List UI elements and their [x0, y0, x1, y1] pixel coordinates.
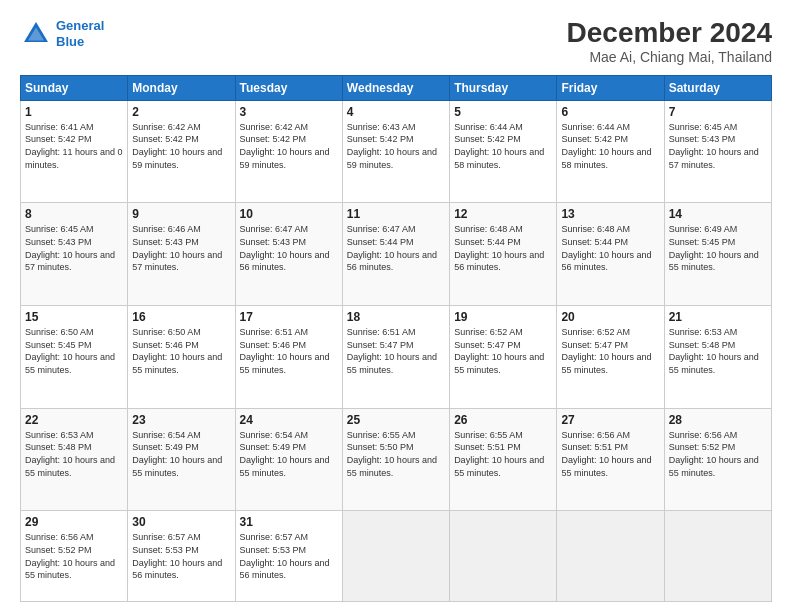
- day-number: 12: [454, 207, 552, 221]
- day-info: Sunrise: 6:48 AMSunset: 5:44 PMDaylight:…: [561, 223, 659, 273]
- day-number: 19: [454, 310, 552, 324]
- empty-cell: [450, 511, 557, 602]
- day-info: Sunrise: 6:55 AMSunset: 5:51 PMDaylight:…: [454, 429, 552, 479]
- day-info: Sunrise: 6:48 AMSunset: 5:44 PMDaylight:…: [454, 223, 552, 273]
- table-row: 16 Sunrise: 6:50 AMSunset: 5:46 PMDaylig…: [128, 306, 235, 409]
- calendar-header-row: Sunday Monday Tuesday Wednesday Thursday…: [21, 75, 772, 100]
- table-row: 8 Sunrise: 6:45 AMSunset: 5:43 PMDayligh…: [21, 203, 128, 306]
- day-info: Sunrise: 6:53 AMSunset: 5:48 PMDaylight:…: [669, 326, 767, 376]
- table-row: 30 Sunrise: 6:57 AMSunset: 5:53 PMDaylig…: [128, 511, 235, 602]
- day-info: Sunrise: 6:47 AMSunset: 5:43 PMDaylight:…: [240, 223, 338, 273]
- day-number: 2: [132, 105, 230, 119]
- table-row: 25 Sunrise: 6:55 AMSunset: 5:50 PMDaylig…: [342, 408, 449, 511]
- day-number: 8: [25, 207, 123, 221]
- day-number: 3: [240, 105, 338, 119]
- day-info: Sunrise: 6:41 AMSunset: 5:42 PMDaylight:…: [25, 121, 123, 171]
- table-row: 22 Sunrise: 6:53 AMSunset: 5:48 PMDaylig…: [21, 408, 128, 511]
- table-row: 10 Sunrise: 6:47 AMSunset: 5:43 PMDaylig…: [235, 203, 342, 306]
- day-info: Sunrise: 6:56 AMSunset: 5:51 PMDaylight:…: [561, 429, 659, 479]
- day-info: Sunrise: 6:57 AMSunset: 5:53 PMDaylight:…: [240, 531, 338, 581]
- day-number: 18: [347, 310, 445, 324]
- day-number: 31: [240, 515, 338, 529]
- day-info: Sunrise: 6:46 AMSunset: 5:43 PMDaylight:…: [132, 223, 230, 273]
- day-number: 10: [240, 207, 338, 221]
- day-number: 11: [347, 207, 445, 221]
- day-info: Sunrise: 6:52 AMSunset: 5:47 PMDaylight:…: [561, 326, 659, 376]
- day-number: 28: [669, 413, 767, 427]
- day-info: Sunrise: 6:45 AMSunset: 5:43 PMDaylight:…: [25, 223, 123, 273]
- table-row: 20 Sunrise: 6:52 AMSunset: 5:47 PMDaylig…: [557, 306, 664, 409]
- day-info: Sunrise: 6:49 AMSunset: 5:45 PMDaylight:…: [669, 223, 767, 273]
- table-row: 24 Sunrise: 6:54 AMSunset: 5:49 PMDaylig…: [235, 408, 342, 511]
- day-info: Sunrise: 6:51 AMSunset: 5:47 PMDaylight:…: [347, 326, 445, 376]
- table-row: 14 Sunrise: 6:49 AMSunset: 5:45 PMDaylig…: [664, 203, 771, 306]
- table-row: 15 Sunrise: 6:50 AMSunset: 5:45 PMDaylig…: [21, 306, 128, 409]
- day-number: 7: [669, 105, 767, 119]
- day-info: Sunrise: 6:56 AMSunset: 5:52 PMDaylight:…: [669, 429, 767, 479]
- location-subtitle: Mae Ai, Chiang Mai, Thailand: [567, 49, 772, 65]
- table-row: 4 Sunrise: 6:43 AMSunset: 5:42 PMDayligh…: [342, 100, 449, 203]
- day-number: 17: [240, 310, 338, 324]
- logo: General Blue: [20, 18, 104, 50]
- logo-icon: [20, 18, 52, 50]
- table-row: 13 Sunrise: 6:48 AMSunset: 5:44 PMDaylig…: [557, 203, 664, 306]
- day-number: 21: [669, 310, 767, 324]
- day-info: Sunrise: 6:44 AMSunset: 5:42 PMDaylight:…: [454, 121, 552, 171]
- day-number: 25: [347, 413, 445, 427]
- calendar-table: Sunday Monday Tuesday Wednesday Thursday…: [20, 75, 772, 602]
- table-row: 5 Sunrise: 6:44 AMSunset: 5:42 PMDayligh…: [450, 100, 557, 203]
- day-info: Sunrise: 6:45 AMSunset: 5:43 PMDaylight:…: [669, 121, 767, 171]
- col-friday: Friday: [557, 75, 664, 100]
- day-number: 13: [561, 207, 659, 221]
- day-number: 4: [347, 105, 445, 119]
- day-number: 15: [25, 310, 123, 324]
- day-info: Sunrise: 6:50 AMSunset: 5:46 PMDaylight:…: [132, 326, 230, 376]
- table-row: 27 Sunrise: 6:56 AMSunset: 5:51 PMDaylig…: [557, 408, 664, 511]
- day-number: 22: [25, 413, 123, 427]
- day-info: Sunrise: 6:54 AMSunset: 5:49 PMDaylight:…: [132, 429, 230, 479]
- day-info: Sunrise: 6:54 AMSunset: 5:49 PMDaylight:…: [240, 429, 338, 479]
- day-number: 14: [669, 207, 767, 221]
- logo-text: General Blue: [56, 18, 104, 49]
- day-info: Sunrise: 6:42 AMSunset: 5:42 PMDaylight:…: [240, 121, 338, 171]
- day-number: 27: [561, 413, 659, 427]
- day-info: Sunrise: 6:51 AMSunset: 5:46 PMDaylight:…: [240, 326, 338, 376]
- table-row: 9 Sunrise: 6:46 AMSunset: 5:43 PMDayligh…: [128, 203, 235, 306]
- col-sunday: Sunday: [21, 75, 128, 100]
- day-number: 6: [561, 105, 659, 119]
- table-row: 29 Sunrise: 6:56 AMSunset: 5:52 PMDaylig…: [21, 511, 128, 602]
- day-info: Sunrise: 6:56 AMSunset: 5:52 PMDaylight:…: [25, 531, 123, 581]
- day-number: 20: [561, 310, 659, 324]
- day-number: 5: [454, 105, 552, 119]
- day-number: 29: [25, 515, 123, 529]
- table-row: 19 Sunrise: 6:52 AMSunset: 5:47 PMDaylig…: [450, 306, 557, 409]
- table-row: 26 Sunrise: 6:55 AMSunset: 5:51 PMDaylig…: [450, 408, 557, 511]
- table-row: 23 Sunrise: 6:54 AMSunset: 5:49 PMDaylig…: [128, 408, 235, 511]
- col-thursday: Thursday: [450, 75, 557, 100]
- day-number: 9: [132, 207, 230, 221]
- col-saturday: Saturday: [664, 75, 771, 100]
- title-block: December 2024 Mae Ai, Chiang Mai, Thaila…: [567, 18, 772, 65]
- calendar-week-5: 29 Sunrise: 6:56 AMSunset: 5:52 PMDaylig…: [21, 511, 772, 602]
- day-info: Sunrise: 6:44 AMSunset: 5:42 PMDaylight:…: [561, 121, 659, 171]
- logo-line1: General: [56, 18, 104, 33]
- calendar-week-2: 8 Sunrise: 6:45 AMSunset: 5:43 PMDayligh…: [21, 203, 772, 306]
- day-number: 26: [454, 413, 552, 427]
- calendar-week-3: 15 Sunrise: 6:50 AMSunset: 5:45 PMDaylig…: [21, 306, 772, 409]
- empty-cell: [342, 511, 449, 602]
- table-row: 28 Sunrise: 6:56 AMSunset: 5:52 PMDaylig…: [664, 408, 771, 511]
- col-monday: Monday: [128, 75, 235, 100]
- table-row: 12 Sunrise: 6:48 AMSunset: 5:44 PMDaylig…: [450, 203, 557, 306]
- col-wednesday: Wednesday: [342, 75, 449, 100]
- logo-line2: Blue: [56, 34, 84, 49]
- header: General Blue December 2024 Mae Ai, Chian…: [20, 18, 772, 65]
- col-tuesday: Tuesday: [235, 75, 342, 100]
- table-row: 18 Sunrise: 6:51 AMSunset: 5:47 PMDaylig…: [342, 306, 449, 409]
- table-row: 21 Sunrise: 6:53 AMSunset: 5:48 PMDaylig…: [664, 306, 771, 409]
- day-info: Sunrise: 6:52 AMSunset: 5:47 PMDaylight:…: [454, 326, 552, 376]
- day-info: Sunrise: 6:42 AMSunset: 5:42 PMDaylight:…: [132, 121, 230, 171]
- day-number: 23: [132, 413, 230, 427]
- table-row: 7 Sunrise: 6:45 AMSunset: 5:43 PMDayligh…: [664, 100, 771, 203]
- day-info: Sunrise: 6:53 AMSunset: 5:48 PMDaylight:…: [25, 429, 123, 479]
- day-number: 16: [132, 310, 230, 324]
